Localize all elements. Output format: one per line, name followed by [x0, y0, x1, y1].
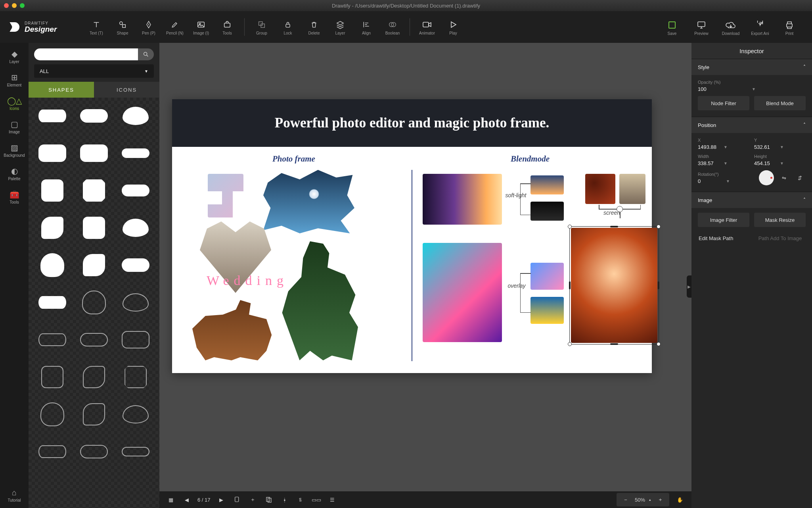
group-button[interactable]: Group	[249, 18, 275, 35]
pencil-tool-button[interactable]: Pencil (N)	[162, 18, 188, 35]
mask-resize-button[interactable]: Mask Resize	[754, 213, 806, 227]
shape-item[interactable]	[76, 252, 112, 278]
edit-mask-path-button[interactable]: Edit Mask Path	[698, 231, 750, 245]
image-tool-button[interactable]: Image (I)	[188, 18, 214, 35]
list-view-button[interactable]: ☰	[327, 495, 337, 505]
blend-source-macaw[interactable]	[530, 297, 564, 324]
shape-tool-button[interactable]: Shape	[109, 18, 136, 35]
book-view-button[interactable]: ▭▭	[311, 495, 322, 505]
print-button[interactable]: Print	[775, 19, 804, 36]
tab-shapes[interactable]: SHAPES	[29, 82, 94, 98]
shape-item[interactable]	[34, 327, 70, 352]
boolean-button[interactable]: Boolean	[379, 18, 406, 35]
rotation-dial[interactable]	[759, 170, 774, 185]
rail-palette[interactable]: ◐Palette	[2, 165, 26, 181]
master-page-button[interactable]: ⍿	[280, 495, 290, 505]
section-image-header[interactable]: Image˄	[691, 192, 812, 208]
add-page-button[interactable]	[232, 495, 242, 505]
frame-horse[interactable]	[188, 297, 275, 360]
category-filter-dropdown[interactable]: ALL▼	[34, 64, 154, 78]
rail-element[interactable]: ⊞Element	[2, 72, 26, 87]
shape-grid[interactable]	[29, 98, 159, 508]
shape-item[interactable]	[34, 364, 70, 390]
chevron-down-icon[interactable]: ▼	[778, 161, 806, 165]
shape-item[interactable]	[34, 103, 70, 129]
search-button[interactable]	[138, 48, 154, 60]
shape-item[interactable]	[34, 402, 70, 427]
save-button[interactable]: Save	[657, 19, 687, 36]
shape-item[interactable]	[76, 103, 112, 129]
prev-page-button[interactable]: ◀	[182, 495, 192, 505]
rail-icons[interactable]: ◯△Icons	[2, 95, 26, 111]
blend-source-sunset[interactable]	[530, 175, 564, 194]
height-input[interactable]: 454.15	[754, 160, 778, 166]
shape-item[interactable]	[34, 178, 70, 203]
download-button[interactable]: Download	[716, 19, 745, 36]
zoom-control[interactable]: − 50% ▴ ＋	[617, 493, 669, 506]
frame-letter-f[interactable]	[208, 174, 243, 217]
window-maximize-button[interactable]	[20, 3, 25, 8]
blend-sample-parrot[interactable]	[423, 243, 502, 342]
shape-item[interactable]	[34, 215, 70, 241]
shape-item[interactable]	[118, 103, 154, 129]
section-position-header[interactable]: Position˄	[691, 117, 812, 133]
play-button[interactable]: Play	[440, 18, 466, 35]
chevron-down-icon[interactable]: ▼	[722, 145, 749, 149]
shape-item[interactable]	[118, 439, 154, 464]
flip-horizontal-button[interactable]: ⇋	[778, 172, 790, 184]
shape-item[interactable]	[118, 364, 154, 390]
align-button[interactable]: Align	[353, 18, 379, 35]
chevron-down-icon[interactable]: ▼	[722, 161, 749, 165]
path-add-to-image-button[interactable]: Path Add To Image	[755, 231, 806, 245]
search-input[interactable]	[34, 48, 138, 60]
zoom-out-button[interactable]: −	[620, 495, 631, 505]
duplicate-page-button[interactable]	[264, 495, 274, 505]
wedding-text[interactable]: Wedding	[204, 273, 291, 288]
chevron-down-icon[interactable]: ▼	[724, 179, 754, 183]
rotation-input[interactable]: 0	[698, 178, 724, 184]
x-input[interactable]: 1493.88	[698, 144, 722, 150]
rail-background[interactable]: ▨Background	[2, 142, 26, 158]
blend-mode-button[interactable]: Blend Mode	[754, 96, 806, 110]
shape-item[interactable]	[118, 290, 154, 315]
shape-item[interactable]	[118, 402, 154, 427]
pen-tool-button[interactable]: Pen (P)	[136, 18, 162, 35]
shape-item[interactable]	[76, 327, 112, 352]
frame-lighthouse[interactable]	[263, 170, 354, 233]
shape-item[interactable]	[34, 252, 70, 278]
next-page-button[interactable]: ▶	[216, 495, 226, 505]
add-button[interactable]: ＋	[248, 495, 258, 505]
tools-dropdown-button[interactable]: Tools	[214, 18, 240, 35]
y-input[interactable]: 532.61	[754, 144, 778, 150]
blend-sample-galaxy[interactable]	[423, 174, 502, 225]
rail-image[interactable]: ▢Image	[2, 119, 26, 134]
blend-result-selected[interactable]	[571, 228, 657, 343]
node-filter-button[interactable]: Node Filter	[698, 96, 749, 110]
text-tool-button[interactable]: Text (T)	[83, 18, 109, 35]
opacity-input[interactable]: 100	[698, 86, 750, 92]
shape-item[interactable]	[118, 140, 154, 166]
flip-vertical-button[interactable]: ⇵	[794, 172, 806, 184]
tab-icons[interactable]: ICONS	[94, 82, 159, 98]
rail-tools[interactable]: 🧰Tools	[2, 189, 26, 204]
width-input[interactable]: 338.57	[698, 160, 722, 166]
shape-item[interactable]	[34, 290, 70, 315]
chevron-down-icon[interactable]: ▼	[750, 87, 806, 91]
animator-button[interactable]: Animator	[414, 18, 440, 35]
blend-source-portrait[interactable]	[619, 174, 645, 204]
shape-item[interactable]	[76, 402, 112, 427]
export-ani-button[interactable]: Export Ani	[745, 19, 775, 36]
frame-football-player[interactable]	[275, 241, 362, 360]
chevron-down-icon[interactable]: ▼	[778, 145, 806, 149]
pages-grid-button[interactable]: ▦	[166, 495, 176, 505]
artboard[interactable]: Powerful photo editor and magic photo fr…	[172, 99, 652, 373]
window-close-button[interactable]	[4, 3, 9, 8]
shape-item[interactable]	[76, 364, 112, 390]
shape-item[interactable]	[76, 290, 112, 315]
blend-source-dark[interactable]	[530, 202, 564, 221]
blend-source-donuts[interactable]	[585, 174, 615, 204]
shape-item[interactable]	[118, 327, 154, 352]
pan-hand-button[interactable]: ✋	[675, 495, 685, 505]
preview-button[interactable]: Preview	[687, 19, 716, 36]
zoom-in-button[interactable]: ＋	[655, 495, 665, 505]
